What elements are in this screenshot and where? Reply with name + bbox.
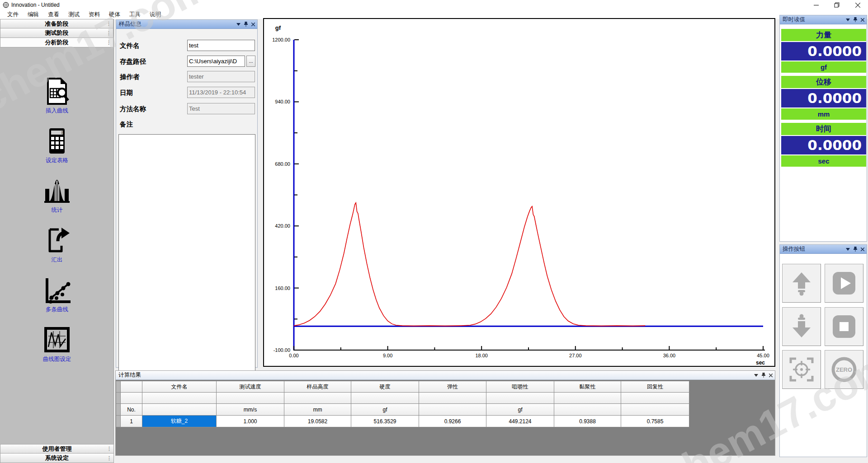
system-settings-button[interactable]: 系统设定⋮ <box>0 454 114 463</box>
menu-view[interactable]: 查看 <box>43 10 64 19</box>
panel-menu-button[interactable] <box>846 19 850 21</box>
minimize-button[interactable] <box>806 0 826 10</box>
unit-cell: gf <box>351 404 419 416</box>
table-cell <box>116 416 121 427</box>
svg-text:gf: gf <box>275 24 281 31</box>
date-input[interactable] <box>187 87 255 98</box>
result-value-cell[interactable]: 516.3529 <box>351 416 419 427</box>
operator-input[interactable] <box>187 71 255 82</box>
probe-up-button[interactable] <box>782 264 821 303</box>
panel-close-icon[interactable] <box>861 18 864 22</box>
table-cell <box>116 404 121 416</box>
svg-text:-100.00: -100.00 <box>274 347 290 353</box>
method-name-input[interactable] <box>187 103 255 114</box>
svg-text:9.00: 9.00 <box>383 353 392 358</box>
panel-menu-button[interactable] <box>236 23 241 26</box>
result-value-cell[interactable]: 449.2124 <box>486 416 554 427</box>
table-cell <box>121 381 142 393</box>
table-cell <box>142 393 217 404</box>
tool-set-table[interactable]: 8 设定表格 <box>0 126 114 164</box>
menu-test[interactable]: 测试 <box>64 10 84 19</box>
restore-icon <box>834 2 840 8</box>
menu-tools[interactable]: 工具 <box>125 10 145 19</box>
probe-down-button[interactable] <box>782 307 821 346</box>
browse-button[interactable]: ... <box>246 56 255 67</box>
title-bar: Innovation - Untitled <box>0 0 868 10</box>
svg-text:27.00: 27.00 <box>569 353 582 358</box>
zero-button[interactable]: ZERO <box>825 350 863 389</box>
statistics-icon <box>42 176 71 205</box>
svg-text:940.00: 940.00 <box>275 99 290 104</box>
displacement-value: 0.0000 <box>781 89 866 108</box>
sample-info-header: 样品信息 <box>116 20 257 29</box>
tool-multi-curve[interactable]: 多条曲线 <box>0 276 114 313</box>
column-header: 样品高度 <box>284 381 351 393</box>
controls-header: 操作按钮 <box>780 245 867 254</box>
chart-canvas: 1200.00940.00680.00420.00160.00-100.000.… <box>264 19 774 366</box>
notes-textarea[interactable] <box>118 134 255 372</box>
force-time-chart: 1200.00940.00680.00420.00160.00-100.000.… <box>263 18 775 367</box>
result-value-cell[interactable]: 0.9388 <box>554 416 621 427</box>
result-value-cell[interactable]: 19.0582 <box>284 416 351 427</box>
pin-icon[interactable] <box>244 22 248 27</box>
notes-label: 备注 <box>120 120 133 129</box>
tool-insert-curve[interactable]: 插入曲线 <box>0 77 114 115</box>
sample-info-panel: 样品信息 文件名 存盘路径 ... 操作者 日期 方法名称 备注 <box>116 19 258 368</box>
panel-menu-button[interactable] <box>754 374 758 377</box>
sample-name-cell[interactable]: 软糖_2 <box>142 416 217 427</box>
pin-icon[interactable] <box>854 17 857 22</box>
result-value-cell[interactable]: 0.9266 <box>419 416 486 427</box>
stop-button[interactable] <box>825 307 863 346</box>
insert-curve-icon <box>42 77 71 106</box>
tool-export[interactable]: 汇出 <box>0 226 114 264</box>
svg-text:sec: sec <box>756 360 765 366</box>
result-value-cell[interactable]: 0.7585 <box>621 416 689 427</box>
pin-icon[interactable] <box>762 373 765 378</box>
filename-label: 文件名 <box>120 42 140 50</box>
user-management-button[interactable]: 使用者管理⋮ <box>0 444 114 454</box>
run-button[interactable] <box>825 264 863 303</box>
menu-bar: 文件 编辑 查看 测试 资料 硬体 工具 说明 <box>0 10 868 19</box>
stage-prepare[interactable]: 准备阶段⋮ <box>0 19 113 28</box>
results-header: 计算结果 <box>116 371 775 380</box>
filename-input[interactable] <box>187 40 255 51</box>
panel-menu-button[interactable] <box>846 248 850 251</box>
table-cell <box>217 393 284 404</box>
panel-close-icon[interactable] <box>769 374 773 377</box>
menu-file[interactable]: 文件 <box>3 10 23 19</box>
time-value: 0.0000 <box>781 136 866 154</box>
app-icon <box>3 2 9 8</box>
save-path-input[interactable] <box>187 56 245 67</box>
menu-data[interactable]: 资料 <box>84 10 104 19</box>
multi-curve-icon <box>42 276 71 304</box>
svg-text:18.00: 18.00 <box>475 353 488 358</box>
restore-button[interactable] <box>826 0 847 10</box>
menu-help[interactable]: 说明 <box>145 10 165 19</box>
menu-edit[interactable]: 编辑 <box>23 10 43 19</box>
stage-analysis[interactable]: 分析阶段⋮ <box>0 38 113 47</box>
export-icon <box>42 226 71 255</box>
table-cell <box>116 381 121 393</box>
svg-text:0.00: 0.00 <box>289 353 298 358</box>
close-button[interactable] <box>847 0 868 10</box>
sidebar: 准备阶段⋮ 测试阶段⋮ 分析阶段⋮ 插入曲线 8 <box>0 19 114 463</box>
target-icon <box>788 356 815 383</box>
displacement-unit: mm <box>781 108 866 120</box>
tool-statistics[interactable]: 统计 <box>0 176 114 214</box>
result-value-cell[interactable]: 1.000 <box>217 416 284 427</box>
svg-text:1200.00: 1200.00 <box>272 37 290 42</box>
pin-icon[interactable] <box>854 247 857 252</box>
unit-cell: mm/s <box>217 404 284 416</box>
tool-chart-settings[interactable]: 曲线图设定 <box>0 325 114 363</box>
menu-hardware[interactable]: 硬体 <box>104 10 125 19</box>
svg-text:8: 8 <box>61 131 63 135</box>
target-button[interactable] <box>782 350 821 389</box>
stage-test[interactable]: 测试阶段⋮ <box>0 28 113 38</box>
table-cell <box>621 393 689 404</box>
grip-dots: ⋮ <box>106 22 111 25</box>
force-unit: gf <box>781 61 866 73</box>
column-header: 文件名 <box>142 381 217 393</box>
panel-close-icon[interactable] <box>251 23 255 26</box>
panel-close-icon[interactable] <box>861 248 864 251</box>
grip-dots: ⋮ <box>107 447 112 450</box>
